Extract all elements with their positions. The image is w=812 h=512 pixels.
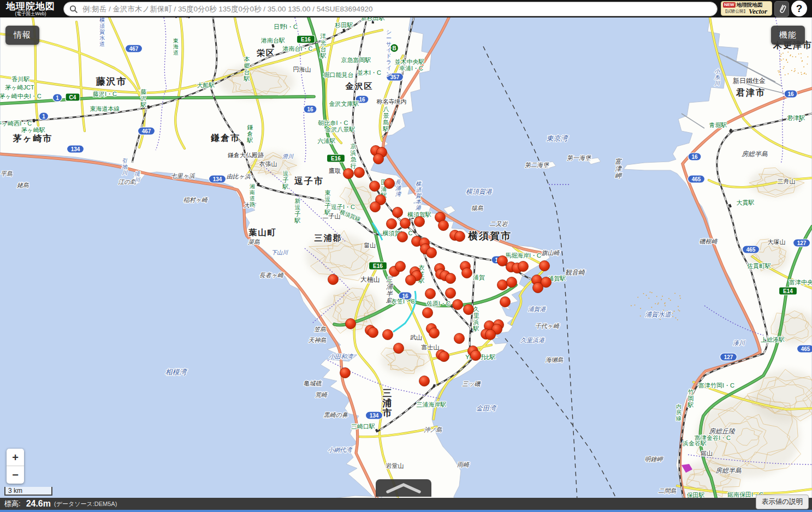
map-canvas[interactable]: 11C4467467134134134E16E16E161616357B1616… — [0, 0, 812, 512]
map-marker[interactable] — [439, 352, 449, 362]
map-marker[interactable] — [398, 232, 408, 242]
map-label: 相模湾 — [165, 368, 188, 376]
map-marker[interactable] — [453, 300, 463, 310]
map-marker[interactable] — [400, 218, 411, 229]
map-label: 逗子市 — [294, 176, 324, 186]
zoom-control: + − — [7, 449, 24, 484]
map-marker[interactable] — [419, 376, 430, 386]
map-marker[interactable] — [328, 275, 339, 285]
map-label: 東京湾 — [547, 134, 569, 142]
map-marker[interactable] — [384, 178, 395, 189]
map-marker[interactable] — [540, 261, 550, 271]
map-marker[interactable] — [446, 273, 456, 284]
map-marker[interactable] — [370, 181, 380, 192]
map-label: 茅ヶ崎市 — [13, 133, 52, 143]
map-marker[interactable] — [426, 248, 437, 258]
map-marker[interactable] — [346, 319, 356, 329]
zoom-in-button[interactable]: + — [7, 449, 24, 466]
route-badge-16: 16 — [784, 90, 797, 98]
map-marker[interactable] — [368, 328, 378, 338]
map-marker[interactable] — [414, 217, 425, 227]
map-label: 竹岡駅 — [687, 389, 694, 408]
svg-text:134: 134 — [213, 176, 222, 182]
map-label: 磯根崎 — [700, 238, 719, 245]
functions-panel-button[interactable]: 機能 — [771, 26, 805, 45]
map-marker[interactable] — [387, 219, 397, 229]
map-label: 境川 — [134, 171, 140, 183]
map-label: 金沢文庫駅 — [329, 100, 359, 107]
map-label: 房総半島 — [715, 467, 742, 474]
map-label: 二又岩 — [490, 221, 508, 227]
map-marker[interactable] — [438, 221, 449, 231]
map-marker[interactable] — [394, 343, 404, 354]
route-badge-C4: C4 — [66, 93, 80, 101]
svg-text:357: 357 — [390, 74, 400, 80]
map-marker[interactable] — [500, 297, 511, 307]
map-label: 岩堂山 — [386, 462, 404, 469]
vector-site-link[interactable]: NEW 地理院地図 【試験公開】 Vector — [721, 1, 772, 16]
map-label: 杉田駅 — [335, 22, 353, 28]
bottom-panel-toggle[interactable] — [376, 479, 431, 497]
map-label: 馬堀海岸I・C — [505, 252, 541, 259]
info-panel-button[interactable]: 情報 — [5, 26, 39, 45]
map-label: 衣張山 — [259, 160, 277, 167]
map-marker[interactable] — [471, 350, 481, 361]
route-badge-465: 465 — [688, 175, 705, 183]
map-label: 観音崎 — [565, 269, 586, 276]
svg-text:C4: C4 — [69, 94, 76, 100]
app-logo[interactable]: 地理院地図 (電子国土Web) — [0, 2, 61, 16]
map-marker[interactable] — [393, 207, 403, 218]
map-label: 海獺島 — [546, 356, 564, 363]
map-label: 沖ノ島 — [424, 426, 442, 433]
route-badge-127: 127 — [720, 353, 737, 361]
map-marker[interactable] — [518, 261, 529, 272]
map-marker[interactable] — [406, 275, 416, 285]
share-link-button[interactable] — [774, 1, 789, 17]
svg-text:127: 127 — [724, 354, 733, 360]
map-marker[interactable] — [425, 289, 436, 299]
map-label: 上総湊駅 — [761, 336, 785, 343]
map-label: 菜島 — [248, 239, 260, 245]
map-label: 富士山 — [422, 344, 440, 350]
map-label: 千代ヶ崎 — [535, 323, 560, 329]
route-badge-467: 467 — [126, 45, 143, 52]
map-label: 八景島駅 — [383, 106, 389, 132]
map-marker[interactable] — [423, 308, 433, 318]
map-marker[interactable] — [343, 169, 354, 179]
map-marker[interactable] — [462, 268, 472, 278]
svg-text:16: 16 — [691, 154, 698, 160]
route-badge-E16: E16 — [297, 35, 315, 43]
map-marker[interactable] — [429, 328, 440, 338]
map-marker[interactable] — [497, 280, 508, 290]
search-input[interactable] — [81, 4, 717, 14]
map-marker[interactable] — [370, 202, 381, 212]
search-box — [63, 2, 718, 16]
map-label: 香川駅 — [12, 76, 30, 82]
map-marker[interactable] — [533, 283, 543, 293]
map-marker[interactable] — [464, 305, 474, 315]
map-marker[interactable] — [507, 277, 517, 288]
elevation-value: 24.6m — [26, 499, 51, 509]
map-label: 富津竹岡I・C — [698, 382, 734, 389]
map-marker[interactable] — [340, 368, 351, 378]
svg-text:465: 465 — [801, 346, 810, 352]
map-marker[interactable] — [454, 334, 465, 344]
value-help-button[interactable]: 表示値の説明 — [756, 495, 809, 509]
help-button[interactable]: ? — [791, 1, 807, 16]
vector-trial-label: 【試験公開】 — [723, 9, 748, 14]
map-marker[interactable] — [497, 256, 508, 266]
route-badge-E16: E16 — [369, 262, 387, 270]
map-marker[interactable] — [383, 330, 393, 340]
map-marker[interactable] — [374, 154, 384, 164]
map-label: 茅ヶ崎駅 — [21, 127, 45, 133]
map-label: 金田湾 — [476, 404, 497, 412]
map-marker[interactable] — [455, 231, 465, 242]
map-label: 笠島 — [314, 326, 326, 332]
zoom-out-button[interactable]: − — [7, 466, 24, 484]
map-label: 東海道 — [173, 38, 179, 56]
map-marker[interactable] — [354, 168, 365, 178]
map-label: 金沢八景駅 — [325, 126, 355, 133]
map-marker[interactable] — [446, 288, 456, 299]
map-marker[interactable] — [395, 261, 406, 272]
map-marker[interactable] — [485, 330, 496, 340]
